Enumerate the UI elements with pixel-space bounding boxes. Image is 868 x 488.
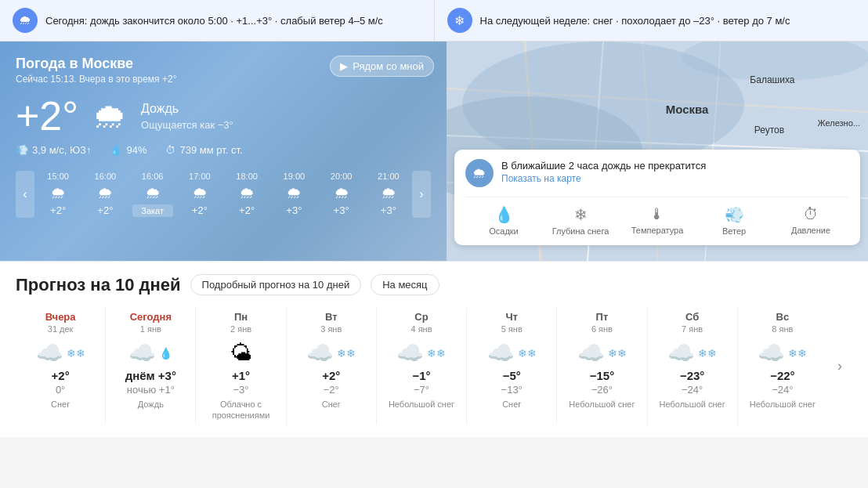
hourly-temp: +3° <box>273 204 314 216</box>
current-weather-icon: 🌧 <box>92 96 127 136</box>
forecast-condition: Небольшой снег <box>382 399 461 410</box>
hourly-time: 16:00 <box>85 172 125 181</box>
rain-info-card: 🌧 В ближайшие 2 часа дождь не прекратитс… <box>454 150 860 245</box>
rain-card-icon-item[interactable]: ❄Глубина снега <box>542 205 619 236</box>
rain-drops: 💧 <box>159 347 172 360</box>
hourly-temp: +3° <box>368 204 409 216</box>
map-label-reutov: Реутов <box>754 125 784 136</box>
forecast-day-icon: ☁️❄❄ <box>743 340 823 366</box>
today-bar: 🌧 Сегодня: дождь закончится около 5:00 ·… <box>0 0 435 41</box>
cloud-snow-icon: ☁️ <box>758 340 785 366</box>
cloud-snow-icon: ☁️ <box>36 340 63 366</box>
rain-card-icon-label: Давление <box>791 226 830 235</box>
hourly-list: 15:00 🌧 +2° 16:00 🌧 +2° 16:06 🌧 Закат 17… <box>34 167 412 222</box>
forecast-condition: Облачно с прояснениями <box>201 399 280 421</box>
cloud-snow-icon: ☁️ <box>396 340 424 366</box>
next-week-bar-text: На следующей неделе: снег · похолодает д… <box>480 15 790 27</box>
rain-card-main-text: В ближайшие 2 часа дождь не прекратится <box>501 159 706 173</box>
map-label-zhelezno: Железно... <box>817 118 859 128</box>
rain-card-link[interactable]: Показать на карте <box>501 173 706 184</box>
forecast-day-icon: ☁️❄❄ <box>562 340 642 366</box>
pressure-info: ⏱ 739 мм рт. ст. <box>165 144 242 156</box>
weather-condition: Дождь <box>141 102 233 116</box>
forecast-temp-low: −24° <box>743 384 823 396</box>
forecast-day[interactable]: Вчера 31 дек ☁️❄❄ +2° 0° Снег <box>16 308 106 425</box>
next-week-bar-icon: ❄ <box>447 8 472 33</box>
forecast-day-name: Сб <box>653 311 732 323</box>
nearby-button[interactable]: ▶ Рядом со мной <box>330 56 434 77</box>
forecast-row: Вчера 31 дек ☁️❄❄ +2° 0° Снег Сегодня 1 … <box>16 308 852 425</box>
hourly-icon: 🌧 <box>273 184 314 202</box>
rain-card-icon-item[interactable]: ⏱Давление <box>772 205 849 236</box>
nearby-label: Рядом со мной <box>353 60 424 72</box>
rain-card-icon-item[interactable]: 🌡Температура <box>619 205 696 236</box>
forecast-day[interactable]: Вт 3 янв ☁️❄❄ +2° −2° Снег <box>287 308 377 425</box>
forecast-day-name: Сегодня <box>110 311 190 323</box>
forecast-day[interactable]: Сегодня 1 янв ☁️💧 днём +3° ночью +1° Дож… <box>106 308 196 425</box>
forecast-day[interactable]: Пн 2 янв 🌤 +1° −3° Облачно с прояснениям… <box>196 308 286 425</box>
top-weather-bars: 🌧 Сегодня: дождь закончится около 5:00 ·… <box>0 0 868 42</box>
rain-card-icon-symbol: ⏱ <box>772 205 849 223</box>
hourly-temp: Закат <box>132 204 173 217</box>
weather-description: Дождь Ощущается как −3° <box>141 102 233 131</box>
forecast-temp-high: −1° <box>382 369 461 382</box>
weather-panel: Погода в Москве Сейчас 15:13. Вчера в эт… <box>0 42 447 261</box>
forecast-temp-high: −23° <box>653 369 732 382</box>
forecast-day-icon: ☁️❄❄ <box>653 340 732 366</box>
forecast-title: Прогноз на 10 дней <box>16 275 181 295</box>
forecast-temp-high: −15° <box>562 369 642 382</box>
snow-flakes: ❄❄ <box>427 347 446 360</box>
hourly-prev-button[interactable]: ‹ <box>16 171 34 218</box>
forecast-temp-high: +2° <box>20 369 100 382</box>
wind-icon: 💨 <box>16 144 28 156</box>
forecast-temp-high: +1° <box>201 369 280 382</box>
forecast-condition: Небольшой снег <box>653 399 732 410</box>
forecast-condition: Снег <box>472 399 552 410</box>
hourly-item: 15:00 🌧 +2° <box>34 167 81 222</box>
forecast-temp-low: −7° <box>382 384 461 396</box>
forecast-day-name: Пт <box>562 311 642 323</box>
forecast-day-date: 4 янв <box>382 324 461 334</box>
hourly-time: 15:00 <box>38 172 78 181</box>
wind-info: 💨 3,9 м/с, ЮЗ↑ <box>16 144 91 156</box>
forecast-condition: Снег <box>20 399 100 410</box>
today-bar-icon: 🌧 <box>13 8 38 33</box>
hourly-next-button[interactable]: › <box>412 171 431 218</box>
pressure-value: 739 мм рт. ст. <box>179 144 242 156</box>
forecast-header: Прогноз на 10 дней Подробный прогноз на … <box>16 274 852 295</box>
forecast-day[interactable]: Ср 4 янв ☁️❄❄ −1° −7° Небольшой снег <box>377 308 467 425</box>
forecast-day[interactable]: Сб 7 янв ☁️❄❄ −23° −24° Небольшой снег <box>648 308 738 425</box>
rain-card-icon-item[interactable]: 💧Осадки <box>465 205 542 236</box>
hourly-item: 17:00 🌧 +2° <box>176 167 223 222</box>
forecast-next-button[interactable]: › <box>827 308 852 425</box>
forecast-day-icon: 🌤 <box>201 340 280 366</box>
detailed-forecast-button[interactable]: Подробный прогноз на 10 дней <box>190 274 362 295</box>
forecast-condition: Дождь <box>110 399 190 410</box>
rain-card-icon-symbol: 💧 <box>465 205 542 224</box>
forecast-temp-low: −3° <box>201 384 280 396</box>
forecast-day-date: 31 дек <box>20 324 100 334</box>
cloud-rain-icon: ☁️ <box>128 340 156 366</box>
pressure-icon: ⏱ <box>165 144 175 156</box>
forecast-day-date: 8 янв <box>743 324 823 334</box>
hourly-icon: 🌧 <box>38 184 78 202</box>
humidity-icon: 💧 <box>110 144 122 156</box>
hourly-item: 20:00 🌧 +3° <box>318 167 365 222</box>
forecast-day[interactable]: Вс 8 янв ☁️❄❄ −22° −24° Небольшой снег <box>738 308 827 425</box>
forecast-temp-high: +2° <box>291 369 371 382</box>
forecast-day-icon: ☁️❄❄ <box>472 340 552 366</box>
forecast-temp-low: −13° <box>472 384 552 396</box>
forecast-day-date: 2 янв <box>201 324 280 334</box>
forecast-day-icon: ☁️❄❄ <box>20 340 100 366</box>
forecast-temp-high: −22° <box>743 369 823 382</box>
hourly-item: 21:00 🌧 +3° <box>365 167 412 222</box>
hourly-item: 16:00 🌧 +2° <box>81 167 128 222</box>
forecast-day-date: 1 янв <box>110 324 190 334</box>
forecast-day[interactable]: Чт 5 янв ☁️❄❄ −5° −13° Снег <box>467 308 557 425</box>
hourly-temp: +2° <box>38 204 78 216</box>
forecast-day[interactable]: Пт 6 янв ☁️❄❄ −15° −26° Небольшой снег <box>557 308 647 425</box>
rain-card-icon-item[interactable]: 💨Ветер <box>696 205 772 236</box>
snow-flakes: ❄❄ <box>788 347 807 360</box>
monthly-forecast-button[interactable]: На месяц <box>371 274 439 295</box>
cloud-snow-icon: ☁️ <box>667 340 695 366</box>
